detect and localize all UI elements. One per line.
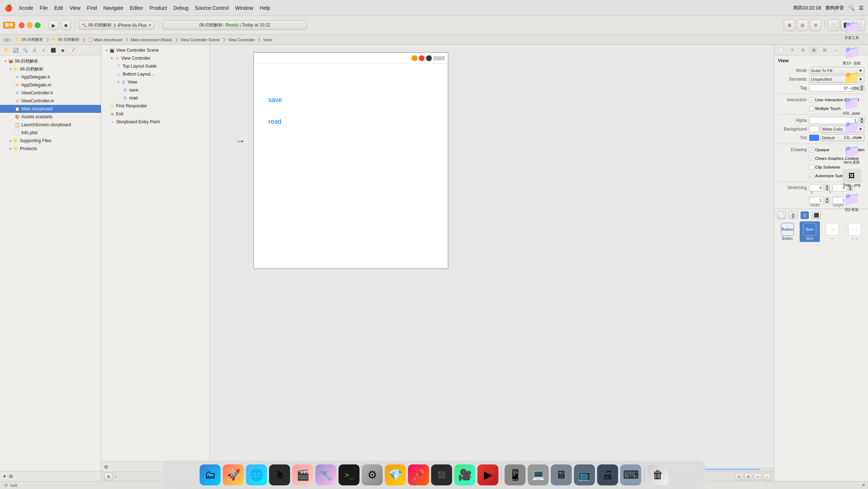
breadcrumb-item-2[interactable]: 📁 06-归档解析	[51, 37, 81, 43]
tree-item-group[interactable]: ▾ 📁 06-归档解析	[0, 65, 101, 73]
menu-product[interactable]: Product	[150, 5, 167, 11]
scene-item-entry[interactable]: → Storyboard Entry Point	[101, 118, 209, 126]
disclosure-supporting[interactable]: ▸	[8, 138, 13, 143]
menu-editor[interactable]: Editor	[130, 5, 143, 11]
dock-item-app2[interactable]: 💻	[528, 464, 549, 485]
dock-item-terminal2[interactable]: ⬛	[431, 464, 452, 485]
obj-lib-arrows[interactable]: ←→ ←→	[844, 221, 865, 242]
scene-item-read-btn[interactable]: B read	[101, 94, 209, 102]
obj-lib-item[interactable]: Item Item	[800, 221, 820, 242]
dock-item-app3[interactable]: 🖥	[551, 464, 572, 485]
clip-checkbox[interactable]	[809, 165, 814, 170]
disclosure-root[interactable]: ▾	[3, 59, 8, 64]
disclosure-vc[interactable]: ▾	[109, 56, 114, 61]
disclosure-group[interactable]: ▾	[8, 67, 13, 72]
desktop-folder-zjl[interactable]: 📁 ZJL...etail	[837, 118, 867, 141]
dock-item-settings[interactable]: ⚙	[362, 464, 383, 485]
dock-item-safari[interactable]: 🌐	[246, 464, 267, 485]
obj-lib-button[interactable]: Button Button	[777, 221, 797, 242]
scene-item-save-btn[interactable]: B save	[101, 86, 209, 94]
sx-increment[interactable]: ▲	[825, 184, 830, 188]
dock-item-sketch[interactable]: 💎	[385, 464, 406, 485]
bottom-close-btn[interactable]: ✕	[862, 483, 865, 488]
filter-nav-btn[interactable]: ⊙	[9, 473, 13, 479]
tree-item-appdelegate-m[interactable]: M AppDelegate.m	[0, 81, 101, 89]
input-method[interactable]: 搜狗拼音	[825, 5, 844, 11]
nav-issues-icon[interactable]: ⚠	[30, 46, 38, 54]
apple-menu[interactable]: 🍎	[4, 4, 12, 12]
dock-item-pocket[interactable]: 📌	[408, 464, 429, 485]
breadcrumb-item-5[interactable]: View Controller Scene	[179, 37, 221, 42]
add-file-btn[interactable]: +	[3, 473, 6, 480]
read-button-ui[interactable]: read	[268, 118, 281, 126]
tree-item-supporting[interactable]: ▸ 📁 Supporting Files	[0, 137, 101, 145]
disclosure-products[interactable]: ▸	[8, 146, 13, 151]
dock-item-launchpad[interactable]: 🚀	[223, 464, 244, 485]
width-input[interactable]	[809, 197, 824, 204]
scheme-selector[interactable]: 🔨 06-归档解析 ❯ iPhone 6s Plus ▼	[78, 21, 155, 30]
multiple-touch-checkbox[interactable]	[809, 106, 814, 111]
scene-item-view[interactable]: ▾ B View	[101, 78, 209, 86]
tint-swatch[interactable]	[809, 135, 819, 141]
breadcrumb-item-7[interactable]: View	[262, 37, 273, 42]
dock-item-camtasia[interactable]: 🎥	[454, 464, 475, 485]
desktop-folder-ksi[interactable]: 📁 KSI...aster	[837, 94, 867, 117]
obj-lib-file-btn[interactable]: 📄	[777, 211, 786, 219]
notification-icon[interactable]: ☰	[859, 5, 864, 11]
dock-item-app4[interactable]: 📺	[574, 464, 595, 485]
scene-item-vc[interactable]: ▾ ⊡ View Controller	[101, 54, 209, 62]
stretch-x-input[interactable]	[809, 184, 824, 191]
opaque-checkbox[interactable]	[809, 147, 814, 152]
scene-item-exit[interactable]: ⊗ Exit	[101, 110, 209, 118]
editor-version-btn[interactable]: ⊜	[810, 20, 821, 31]
user-interaction-checkbox[interactable]	[809, 97, 814, 102]
nav-source-icon[interactable]: 🔃	[12, 46, 20, 54]
breadcrumb-item-3[interactable]: 📋 Main.storyboard	[87, 37, 124, 42]
w-decrement[interactable]: ▼	[825, 200, 830, 204]
obj-lib-code-btn[interactable]: {}	[789, 211, 797, 219]
menu-edit[interactable]: Edit	[54, 5, 63, 11]
dock-item-finder[interactable]: 🗂	[200, 464, 221, 485]
clears-checkbox[interactable]	[809, 156, 814, 161]
autoresize-checkbox[interactable]	[809, 173, 814, 178]
menu-xcode[interactable]: Xcode	[19, 5, 33, 11]
minimize-button[interactable]	[27, 22, 33, 28]
menu-find[interactable]: Find	[87, 5, 97, 11]
menu-help[interactable]: Help	[260, 5, 270, 11]
file-inspector-tab[interactable]: 📄	[777, 47, 785, 54]
nav-search-icon[interactable]: 🔍	[21, 46, 29, 54]
desktop-folder-07[interactable]: 📁 07···(优化	[837, 69, 867, 93]
stretch-x-stepper[interactable]: ▲ ▼	[825, 184, 830, 191]
forward-btn[interactable]: ▷	[7, 37, 11, 42]
dock-item-terminal[interactable]: >_	[339, 464, 359, 485]
dock-item-quicktime[interactable]: 🎬	[292, 464, 313, 485]
desktop-folder-qq[interactable]: 📁 QQ 框架	[837, 190, 867, 214]
nav-debug-icon[interactable]: ⬛	[49, 46, 57, 54]
breadcrumb-item-6[interactable]: View Controller	[227, 37, 256, 42]
nav-report-icon[interactable]: 📝	[68, 46, 76, 54]
size-inspector-tab[interactable]: ⊟	[821, 47, 829, 54]
dock-item-app6[interactable]: ⌨	[620, 464, 641, 485]
help-inspector-tab[interactable]: ?	[788, 47, 796, 54]
desktop-snip[interactable]: 🖼 Snip....png	[837, 168, 867, 188]
canvas-zoom-actual-btn[interactable]: ⊟	[744, 473, 752, 480]
menu-view[interactable]: View	[69, 5, 80, 11]
bottom-filter-btn[interactable]: ⊙	[4, 483, 8, 488]
canvas-zoom-in-btn[interactable]: +	[754, 473, 762, 480]
obj-lib-media-btn[interactable]: ⬛	[812, 211, 821, 219]
obj-lib-objects-btn[interactable]: ⊙	[800, 211, 809, 219]
breadcrumb-item-4[interactable]: Main.storyboard (Base)	[130, 37, 173, 42]
canvas-zoom-out-btn[interactable]: −	[763, 473, 771, 480]
scene-item-top-layout[interactable]: ⊤ Top Layout Guide	[101, 62, 209, 70]
search-icon[interactable]: 🔍	[848, 5, 855, 11]
disclosure-scene[interactable]: ▾	[104, 48, 109, 53]
menu-window[interactable]: Window	[235, 5, 253, 11]
tree-item-viewcontroller-m[interactable]: M ViewController.m	[0, 97, 101, 105]
editor-standard-btn[interactable]: ⊞	[784, 20, 795, 31]
nav-test-icon[interactable]: ✓	[40, 46, 48, 54]
storyboard-canvas[interactable]: →	[210, 45, 774, 472]
back-btn[interactable]: ◁	[3, 37, 7, 42]
tree-item-viewcontroller-h[interactable]: H ViewController.h	[0, 89, 101, 97]
dock-item-xcode-tools[interactable]: 🔧	[315, 464, 336, 485]
maximize-button[interactable]	[35, 22, 41, 28]
